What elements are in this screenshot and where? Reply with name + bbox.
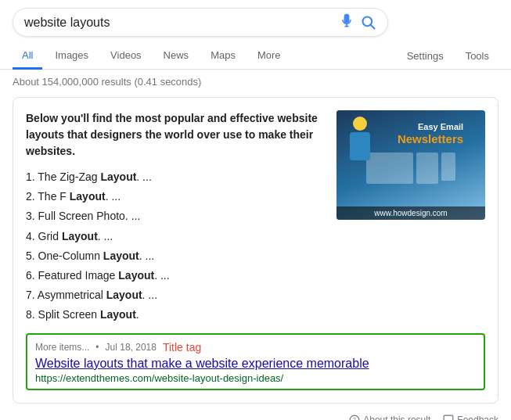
result-description: Below you'll find the most popular and e…: [26, 110, 324, 160]
image-text-easy: Easy Email: [398, 121, 463, 132]
tab-maps[interactable]: Maps: [201, 43, 245, 70]
search-bar[interactable]: [13, 8, 388, 37]
more-items-text: More items...: [35, 342, 89, 353]
result-card: Below you'll find the most popular and e…: [13, 97, 498, 404]
dot-separator: •: [95, 342, 99, 353]
settings-link[interactable]: Settings: [398, 44, 453, 68]
about-result-label: About this result: [363, 415, 430, 421]
about-result-item[interactable]: ? About this result: [349, 415, 430, 421]
search-input[interactable]: [24, 16, 333, 30]
image-domain-bar: www.howdesign.com: [336, 206, 485, 220]
list-item: 6. Featured Image Layout. ...: [26, 266, 324, 285]
list-item: 3. Full Screen Photo. ...: [26, 206, 324, 226]
tab-videos[interactable]: Videos: [101, 43, 151, 70]
header: [0, 0, 511, 37]
info-icon: ?: [349, 415, 360, 421]
search-icon[interactable]: [361, 15, 376, 31]
more-items-meta: More items... • Jul 18, 2018 Title tag: [35, 341, 476, 354]
device-tablet: [416, 153, 438, 184]
svg-text:?: ?: [353, 417, 356, 420]
image-text-block: Easy Email Newsletters: [398, 121, 463, 146]
result-url: https://extendthemes.com/website-layout-…: [35, 372, 476, 384]
list-item: 2. The F Layout. ...: [26, 187, 324, 206]
list-item: 4. Grid Layout. ...: [26, 227, 324, 246]
list-item: 1. The Zig-Zag Layout. ...: [26, 167, 324, 187]
image-overlay: Easy Email Newsletters www.howdesign.com: [336, 110, 485, 220]
tab-news[interactable]: News: [154, 43, 199, 70]
svg-rect-7: [444, 415, 453, 420]
device-phone: [441, 153, 455, 181]
image-text-email: Newsletters: [398, 132, 463, 146]
nav-tabs: All Images Videos News Maps More Setting…: [0, 37, 511, 70]
feedback-icon: [443, 415, 454, 421]
list-item: 7. Asymmetrical Layout. ...: [26, 285, 324, 305]
results-count: About 154,000,000 results (0.41 seconds): [0, 70, 511, 94]
feedback-label: Feedback: [457, 415, 498, 421]
tab-images[interactable]: Images: [45, 43, 98, 70]
more-items-section: More items... • Jul 18, 2018 Title tag W…: [26, 333, 485, 390]
result-content: Below you'll find the most popular and e…: [26, 110, 485, 325]
microphone-icon[interactable]: [339, 13, 354, 31]
result-text: Below you'll find the most popular and e…: [26, 110, 324, 325]
mascot-image: [344, 117, 376, 163]
date-text: Jul 18, 2018: [106, 342, 157, 353]
image-devices: [366, 153, 455, 184]
tab-more[interactable]: More: [248, 43, 290, 70]
result-link[interactable]: Website layouts that make a website expe…: [35, 357, 476, 371]
result-footer: ? About this result Feedback: [0, 410, 511, 421]
tab-all[interactable]: All: [13, 43, 42, 70]
feedback-item[interactable]: Feedback: [443, 415, 498, 421]
tools-link[interactable]: Tools: [456, 44, 498, 68]
list-item: 5. One-Column Layout. ...: [26, 246, 324, 266]
title-tag-label: Title tag: [163, 341, 201, 354]
svg-line-4: [371, 24, 375, 28]
result-list: 1. The Zig-Zag Layout. ... 2. The F Layo…: [26, 167, 324, 325]
result-thumbnail: Easy Email Newsletters www.howdesign.com: [336, 110, 485, 220]
list-item: 8. Split Screen Layout.: [26, 305, 324, 325]
